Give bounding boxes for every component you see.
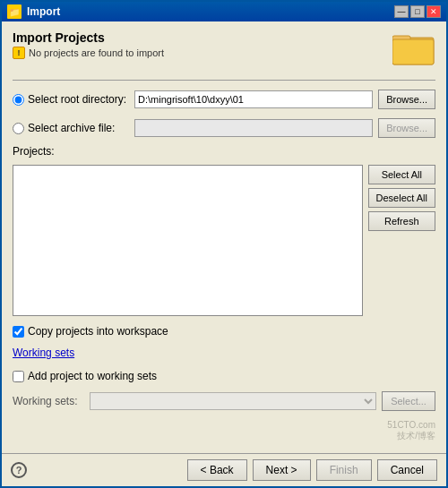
- titlebar-controls: — □ ✕: [394, 5, 441, 18]
- bottom-buttons: < Back Next > Finish Cancel: [187, 459, 437, 481]
- back-button[interactable]: < Back: [187, 459, 247, 481]
- warning-icon: !: [13, 47, 25, 59]
- root-dir-input[interactable]: [134, 90, 373, 108]
- minimize-button[interactable]: —: [394, 5, 409, 18]
- projects-list-container: [13, 165, 363, 316]
- add-ws-label: Add project to working sets: [28, 370, 157, 382]
- root-dir-row: Select root directory: Browse...: [13, 90, 435, 109]
- deselect-all-button[interactable]: Deselect All: [368, 188, 435, 208]
- archive-file-input[interactable]: [134, 119, 373, 137]
- browse-root-button[interactable]: Browse...: [378, 90, 435, 109]
- select-all-button[interactable]: Select All: [368, 165, 435, 184]
- watermark-subtext: 技术/博客: [397, 431, 435, 441]
- working-sets-combo[interactable]: [90, 392, 376, 410]
- root-dir-label-text: Select root directory:: [28, 93, 126, 106]
- refresh-button[interactable]: Refresh: [368, 211, 435, 231]
- separator-top: [13, 80, 435, 81]
- watermark: 51CTO.com 技术/博客: [13, 418, 435, 444]
- cancel-button[interactable]: Cancel: [377, 459, 437, 481]
- copy-checkbox-label: Copy projects into workspace: [28, 325, 168, 338]
- svg-rect-2: [392, 39, 434, 64]
- projects-buttons: Select All Deselect All Refresh: [368, 165, 435, 316]
- titlebar: 📁 Import — □ ✕: [2, 2, 446, 21]
- titlebar-title: 📁 Import: [7, 4, 60, 19]
- maximize-button[interactable]: □: [410, 5, 425, 18]
- folder-icon-large: [392, 30, 435, 69]
- bottom-left: ?: [11, 462, 27, 478]
- finish-button[interactable]: Finish: [316, 459, 372, 481]
- archive-file-radio[interactable]: [13, 123, 24, 134]
- titlebar-icon: 📁: [7, 4, 22, 19]
- add-ws-checkbox[interactable]: [13, 371, 24, 382]
- warning-text: No projects are found to import: [29, 47, 164, 58]
- next-button[interactable]: Next >: [253, 459, 311, 481]
- root-dir-radio[interactable]: [13, 94, 24, 106]
- working-sets-row: Working sets: Select...: [13, 391, 435, 411]
- browse-archive-button[interactable]: Browse...: [378, 118, 435, 138]
- main-content: Import Projects ! No projects are found …: [2, 21, 446, 453]
- projects-section: Select All Deselect All Refresh: [13, 165, 435, 316]
- warning-line: ! No projects are found to import: [13, 47, 164, 59]
- root-dir-radio-label[interactable]: Select root directory:: [13, 93, 129, 106]
- copy-checkbox[interactable]: [13, 326, 24, 338]
- bottom-bar: ? < Back Next > Finish Cancel: [2, 453, 446, 486]
- archive-file-radio-label[interactable]: Select archive file:: [13, 122, 129, 134]
- help-button[interactable]: ?: [11, 462, 27, 478]
- titlebar-label: Import: [27, 5, 60, 18]
- watermark-text: 51CTO.com: [387, 420, 435, 430]
- projects-listbox[interactable]: [13, 165, 363, 316]
- archive-file-label-text: Select archive file:: [28, 122, 115, 134]
- projects-label: Projects:: [13, 145, 435, 158]
- page-header-left: Import Projects ! No projects are found …: [13, 30, 164, 59]
- select-ws-button[interactable]: Select...: [382, 391, 435, 411]
- page-header: Import Projects ! No projects are found …: [13, 30, 435, 69]
- close-button[interactable]: ✕: [426, 5, 441, 18]
- working-sets-link[interactable]: Working sets: [13, 347, 435, 359]
- archive-file-row: Select archive file: Browse...: [13, 118, 435, 138]
- copy-checkbox-row: Copy projects into workspace: [13, 325, 435, 338]
- import-dialog: 📁 Import — □ ✕ Import Projects ! No proj…: [0, 0, 448, 488]
- working-sets-label: Working sets:: [13, 395, 84, 407]
- add-ws-checkbox-row: Add project to working sets: [13, 370, 435, 382]
- page-title: Import Projects: [13, 30, 164, 45]
